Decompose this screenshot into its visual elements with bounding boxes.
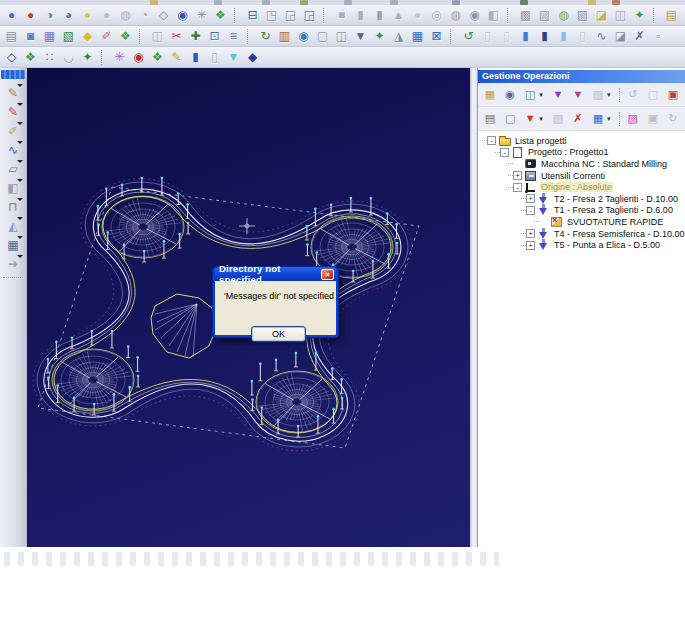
- primitive-disc-button[interactable]: ◎: [427, 6, 446, 25]
- detail-view-button[interactable]: ▦: [3, 235, 24, 254]
- coil-spring-button[interactable]: ∿: [592, 27, 611, 46]
- recycle-stock-button[interactable]: ↺: [459, 27, 478, 46]
- find-operation-button[interactable]: ◉: [502, 86, 518, 103]
- tree-item[interactable]: SVUOTATURE RAPIDE: [481, 216, 683, 228]
- brick-wall-button[interactable]: ▥: [275, 27, 294, 46]
- post-process-nc-button[interactable]: ▣: [665, 86, 681, 103]
- gouraud-sphere-button[interactable]: ●: [78, 6, 97, 25]
- shaded-view-button[interactable]: ●: [2, 6, 21, 25]
- tree-item[interactable]: Macchina NC : Standard Milling: [481, 158, 683, 170]
- traffic-light-button[interactable]: ◉: [129, 48, 148, 67]
- hand-cube-button[interactable]: ✦: [630, 6, 649, 25]
- collapse-icon[interactable]: -: [500, 148, 509, 157]
- tree-item[interactable]: +T4 - Fresa Semisferica - D.10.00: [481, 228, 683, 240]
- boolean-cube-2-button[interactable]: ▨: [535, 6, 554, 25]
- tree-structure-button[interactable]: ⊟: [243, 6, 262, 25]
- tiled-window-button[interactable]: ⊞: [681, 6, 685, 25]
- hammer-tools-button[interactable]: ✗: [630, 27, 649, 46]
- remove-tool-button[interactable]: ▼: [570, 86, 586, 103]
- expand-icon[interactable]: +: [513, 171, 522, 180]
- table-grid-button[interactable]: ▦: [408, 27, 427, 46]
- collapse-icon[interactable]: -: [526, 206, 535, 215]
- gold-plane-button[interactable]: ◆: [78, 27, 97, 46]
- primitive-box-button[interactable]: ◧: [484, 6, 503, 25]
- pink-flower-button[interactable]: ✳: [110, 48, 129, 67]
- wireframe-view-button[interactable]: ◔: [135, 6, 154, 25]
- align-lines-button[interactable]: ≡: [224, 27, 243, 46]
- cylinder-white-1-button[interactable]: ▯: [478, 27, 497, 46]
- collapse-icon[interactable]: -: [513, 183, 522, 192]
- curve-edit-button[interactable]: ∿: [3, 140, 24, 159]
- part-handling-3-button[interactable]: ◲: [300, 6, 319, 25]
- cylinder-e-blue-button[interactable]: ▮: [186, 48, 205, 67]
- tree-item[interactable]: -T1 - Fresa 2 Taglienti - D.6.00: [481, 205, 683, 217]
- walking-man-button[interactable]: ✦: [78, 48, 97, 67]
- primitive-barrel-button[interactable]: ▮: [370, 6, 389, 25]
- collapse-icon[interactable]: -: [487, 136, 496, 145]
- surface-tool-button[interactable]: ▱: [3, 159, 24, 178]
- trash-bin-button[interactable]: ◫: [148, 27, 167, 46]
- scissors-cut-button[interactable]: ✂: [167, 27, 186, 46]
- machine-bed-button[interactable]: ▧: [59, 27, 78, 46]
- compass-pin-button[interactable]: ✚: [186, 27, 205, 46]
- view-query-button[interactable]: ◉: [173, 6, 192, 25]
- wire-cube-view-button[interactable]: ◇: [154, 6, 173, 25]
- rotate-view-button[interactable]: ◑: [40, 6, 59, 25]
- part-handling-1-button[interactable]: ◳: [262, 6, 281, 25]
- dialog-title-bar[interactable]: Directory not specified ×: [215, 267, 336, 281]
- flower-box-button[interactable]: ❖: [148, 48, 167, 67]
- primitive-torus-button[interactable]: ◍: [446, 6, 465, 25]
- deck-plane-button[interactable]: ◮: [389, 27, 408, 46]
- arch-cube-button[interactable]: ◫: [611, 6, 630, 25]
- panel-title-bar[interactable]: Gestione Operazioni: [478, 70, 685, 83]
- boolean-cube-1-button[interactable]: ▩: [516, 6, 535, 25]
- split-doc-button[interactable]: ◫: [332, 27, 351, 46]
- gold-cube-button[interactable]: ◪: [592, 6, 611, 25]
- delete-operation-button[interactable]: ✗: [570, 110, 586, 127]
- add-tool-button[interactable]: ▼: [550, 86, 566, 103]
- primitive-cube-button[interactable]: ■: [332, 6, 351, 25]
- flat-sphere-button[interactable]: ●: [97, 6, 116, 25]
- tree-item[interactable]: -Progetto : Progetto1: [481, 147, 683, 159]
- doc-cylinder-button[interactable]: ◪: [611, 27, 630, 46]
- doc-corner-button[interactable]: ▢: [313, 27, 332, 46]
- expand-icon[interactable]: +: [526, 241, 535, 250]
- cylinder-white-2-button[interactable]: ▯: [497, 27, 516, 46]
- tree-item[interactable]: +T2 - Fresa 2 Taglienti - D.10.00: [481, 193, 683, 205]
- clover-cube-button[interactable]: ❖: [116, 27, 135, 46]
- toolbar-grip[interactable]: [1, 70, 25, 79]
- droplet-button[interactable]: ▼: [224, 48, 243, 67]
- drill-tool-button[interactable]: ▼: [351, 27, 370, 46]
- hatch-pick-button[interactable]: ▨: [625, 110, 641, 127]
- wire-box-button[interactable]: ◇: [2, 48, 21, 67]
- green-ball-cube-button[interactable]: ◍: [554, 6, 573, 25]
- new-machining-button[interactable]: ▦: [482, 86, 498, 103]
- plane-tool-button[interactable]: ◭: [3, 216, 24, 235]
- cylinder-sky-button[interactable]: ▮: [554, 27, 573, 46]
- hidden-line-view-button[interactable]: ◍: [116, 6, 135, 25]
- node-network-button[interactable]: ∷: [40, 48, 59, 67]
- expand-icon[interactable]: +: [526, 229, 535, 238]
- marquee-select-button[interactable]: ▫: [649, 27, 668, 46]
- primitive-cylinder-button[interactable]: ▮: [351, 6, 370, 25]
- selection-frame-button[interactable]: ⊡: [205, 27, 224, 46]
- screen-capture-dropdown-arrow[interactable]: ▾: [539, 91, 546, 99]
- primitive-sphere-button[interactable]: ●: [408, 6, 427, 25]
- new-operation-button[interactable]: ▢: [502, 110, 518, 127]
- cylinder-blue-button[interactable]: ▮: [516, 27, 535, 46]
- expand-icon[interactable]: +: [526, 194, 535, 203]
- tree-item[interactable]: +Utensili Correnti: [481, 170, 683, 182]
- primitive-balls-button[interactable]: ◉: [465, 6, 484, 25]
- cylinder-navy-button[interactable]: ▮: [535, 27, 554, 46]
- zoom-sketch-button[interactable]: ✎: [3, 83, 24, 102]
- ball-pair-button[interactable]: ◉: [294, 27, 313, 46]
- fan-disc-button[interactable]: ✳: [192, 6, 211, 25]
- operations-table-dropdown-arrow[interactable]: ▾: [607, 115, 614, 123]
- notebook-pencil-button[interactable]: ▤: [662, 6, 681, 25]
- transform-arrow-button[interactable]: ➔: [3, 254, 24, 273]
- primitive-cone-button[interactable]: ▲: [389, 6, 408, 25]
- pencil-hatch-button[interactable]: ✎: [167, 48, 186, 67]
- tree-item[interactable]: -Lista progetti: [481, 135, 683, 147]
- leaf-cube-button[interactable]: ❖: [211, 6, 230, 25]
- tree-item[interactable]: +T5 - Punta a Elica - D.5.00: [481, 239, 683, 251]
